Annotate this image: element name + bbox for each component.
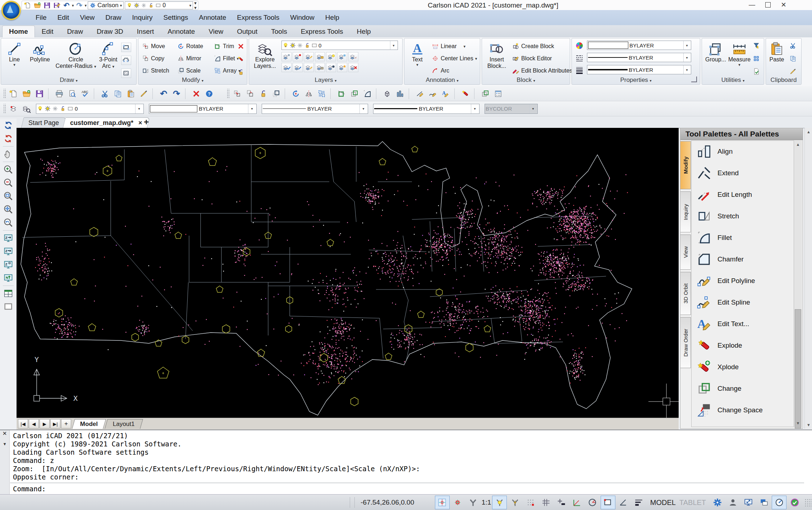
drawing-canvas[interactable]: Y X [17, 128, 679, 418]
palette-item-change-space[interactable]: Change Space [692, 399, 794, 421]
layer-tool-button-11[interactable] [315, 63, 325, 72]
cut-button[interactable] [98, 88, 111, 100]
quick-select-button[interactable] [752, 41, 761, 50]
grid-toggle[interactable] [538, 496, 553, 509]
move-button[interactable]: Move [142, 43, 165, 50]
trim-button[interactable] [335, 88, 348, 100]
command-expand-icon[interactable]: ▼ [0, 442, 9, 446]
ribbon-layer-combo[interactable]: 0 ▾ [281, 41, 398, 50]
model-space-toggle[interactable]: MODEL [647, 499, 679, 507]
polar-angle-toggle[interactable] [585, 496, 600, 509]
view-forward-button[interactable]: Z [1, 232, 15, 245]
drawing-vertical-scrollbar[interactable]: ▲ ▼ [804, 128, 812, 429]
match-properties-button[interactable] [137, 88, 150, 100]
explore-layers-button[interactable]: Explore Layers... [251, 41, 279, 70]
window-arrange-button[interactable] [756, 496, 771, 509]
layer-tool-button-6[interactable] [337, 52, 347, 61]
insert-block-button[interactable]: Insert Block... [484, 41, 509, 70]
match-properties-button[interactable] [788, 67, 798, 76]
scroll-down-icon[interactable]: ▼ [805, 421, 812, 429]
named-views-button[interactable] [1, 300, 15, 313]
line-button[interactable]: Line▾ [4, 41, 25, 67]
menu-express-tools[interactable]: Express Tools [231, 14, 285, 22]
first-layout-button[interactable]: |◀ [18, 419, 28, 428]
measure-button[interactable]: Measure▾ [728, 41, 751, 67]
qat-customize-button[interactable]: ▾▾ [194, 1, 197, 10]
palette-item-edit-polyline[interactable]: Edit Polyline [692, 270, 794, 292]
lineweight-combo[interactable]: BYLAYER ▾ [587, 65, 691, 74]
erase-button[interactable] [190, 88, 203, 100]
command-window[interactable]: ✕ ▼ Carlson iCAD 2021 (01/27/21) Copyrig… [0, 430, 812, 495]
save-button[interactable] [43, 1, 51, 9]
scale-button[interactable] [270, 88, 283, 100]
block-panel-label[interactable]: Block ▾ [482, 76, 570, 84]
properties-panel-label[interactable]: Properties ▾ [572, 76, 700, 84]
unlock-button[interactable] [236, 68, 246, 76]
osnap-flash-toggle[interactable] [508, 496, 522, 509]
explode-button[interactable] [459, 88, 472, 100]
drawing-status-button[interactable] [787, 496, 802, 509]
layer-tool-button-9[interactable] [293, 63, 303, 72]
fullscreen-button[interactable] [741, 496, 756, 509]
osnap-lit-toggle[interactable] [492, 496, 507, 509]
tab-start-page[interactable]: Start Page [21, 117, 66, 128]
command-input[interactable]: Command: [13, 485, 46, 493]
color-combo[interactable]: BYLAYER ▾ [587, 41, 691, 50]
lineweight-combo[interactable]: BYLAYER ▾ [373, 104, 480, 114]
mirror-button[interactable]: Mirror [177, 55, 201, 62]
block-editor-button[interactable]: Block Editor [512, 55, 552, 62]
properties-button[interactable] [492, 88, 505, 100]
layers-panel-label[interactable]: Layers ▾ [249, 76, 402, 84]
linear-dimension-button[interactable]: Linear ▾ [432, 43, 465, 50]
ribbon-tab-home[interactable]: Home [2, 26, 35, 37]
command-close-icon[interactable]: ✕ [0, 430, 9, 437]
palette-tab-3d-orbit[interactable]: 3D Orbit [680, 272, 691, 315]
explode-button[interactable] [236, 55, 246, 64]
spell-check-button[interactable]: ABC [79, 88, 92, 100]
open-drawing-button[interactable] [33, 1, 42, 9]
layer-tool-button-5[interactable] [326, 52, 336, 61]
next-layout-button[interactable]: ▶ [40, 419, 50, 428]
undo-button[interactable]: ↶ [157, 88, 170, 100]
menu-annotate[interactable]: Annotate [193, 14, 231, 22]
linetype-combo-arrow[interactable]: ▾ [683, 53, 690, 62]
utilities-panel-label[interactable]: Utilities ▾ [702, 76, 764, 84]
save-as-button[interactable] [52, 1, 61, 9]
palette-scrollbar[interactable]: ▲ ▼ [794, 140, 802, 427]
layer-tool-button-12[interactable] [326, 63, 336, 72]
new-tab-button[interactable]: + [144, 117, 149, 127]
fillet-button[interactable] [361, 88, 374, 100]
layer-combo-arrow[interactable]: ▾ [390, 41, 397, 50]
move-button[interactable] [231, 88, 244, 100]
paste-button[interactable]: Paste [767, 41, 786, 63]
redo-button[interactable]: ↷ [170, 88, 183, 100]
audit-button[interactable] [752, 67, 761, 76]
user-button[interactable] [725, 496, 740, 509]
close-button[interactable]: × [776, 0, 792, 9]
palette-scroll-thumb[interactable] [795, 309, 801, 428]
edit-polyline-button[interactable] [413, 88, 426, 100]
ribbon-tab-tools[interactable]: Tools [264, 26, 294, 37]
ribbon-tab-view[interactable]: View [202, 26, 230, 37]
prev-layout-button[interactable]: ◀ [29, 419, 39, 428]
snap-toggle[interactable] [435, 496, 450, 509]
lineweight-button[interactable] [575, 66, 584, 74]
text-button[interactable]: A Text▾ [407, 41, 427, 67]
palette-item-align[interactable]: Align [692, 141, 794, 162]
menu-view[interactable]: View [74, 14, 100, 22]
zoom-window-button[interactable] [1, 190, 15, 203]
lineweight-combo-arrow[interactable]: ▾ [471, 104, 478, 113]
print-preview-button[interactable] [66, 88, 79, 100]
layer-tool-button-10[interactable] [304, 63, 314, 72]
create-block-button[interactable]: Create Block [512, 43, 554, 50]
statistics-button[interactable] [394, 88, 407, 100]
point-style-button[interactable] [752, 54, 761, 63]
toolbar-grip[interactable] [3, 104, 6, 114]
undo-button[interactable]: ↶ [62, 1, 71, 9]
layer-tool-button-8[interactable] [281, 63, 292, 72]
layer-previous-button[interactable] [7, 103, 20, 115]
annotation-panel-label[interactable]: Annotation ▾ [404, 76, 480, 84]
linetype-combo[interactable]: BYLAYER ▾ [587, 53, 691, 62]
tab-close-icon[interactable]: × [138, 119, 142, 127]
menu-window[interactable]: Window [285, 14, 320, 22]
